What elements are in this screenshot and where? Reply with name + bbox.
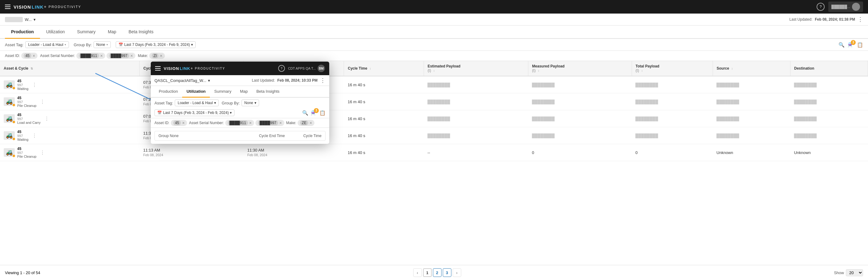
page-3-button[interactable]: 3	[443, 268, 452, 277]
sw-user-initials: BM	[319, 67, 324, 70]
row-menu-5[interactable]: ⋮	[39, 150, 46, 156]
sw-brand-reg: ®	[191, 67, 193, 69]
asset-serial-tag-1-close[interactable]: ×	[100, 54, 103, 58]
sw-last-updated-label: Last Updated:	[252, 78, 275, 83]
sw-serial-label: Asset Serial Number:	[189, 121, 224, 125]
user-name-text: ██████...	[831, 5, 850, 9]
sw-tab-summary[interactable]: Summary	[210, 86, 236, 97]
sw-topbar-right: ? CDT APPS QA T... BM	[278, 65, 325, 72]
main-tabs: Production Utilization Summary Map Beta …	[0, 26, 868, 39]
machine-icon-4: 🚜	[6, 132, 12, 139]
col-estimated-payload[interactable]: Estimated Payload(t) ↕	[424, 61, 528, 76]
col-measured-payload[interactable]: Measured Payload(t) ↕	[528, 61, 632, 76]
row-menu-2[interactable]: ⋮	[39, 99, 46, 105]
export-button[interactable]: 📋	[857, 42, 863, 48]
group-by-dropdown[interactable]: None ▾	[94, 41, 111, 48]
show-select[interactable]: 20 50 100	[846, 269, 863, 276]
search-button[interactable]: 🔍	[838, 42, 845, 48]
sw-user-section: CDT APPS QA T... BM	[288, 65, 325, 72]
prev-page-button[interactable]: ‹	[413, 268, 422, 277]
data-table-container: Asset & Cycle ⇅ Cycle Start Time ↕ Cycle…	[0, 61, 868, 265]
sw-group-by-filter: Group By: None ▾	[222, 100, 259, 106]
filter-button[interactable]: ⚗️ 3	[848, 42, 854, 48]
sw-date-filter[interactable]: 📅 Last 7 Days (Feb 3, 2024 - Feb 9, 2024…	[154, 109, 235, 116]
sw-tab-beta-insights[interactable]: Beta Insights	[252, 86, 284, 97]
page-2-button[interactable]: 2	[433, 268, 441, 277]
brand-link-text: LINK	[32, 4, 44, 9]
next-page-button[interactable]: ›	[453, 268, 461, 277]
sw-last-updated-value: Feb 08, 2024; 10:33 PM	[277, 78, 317, 83]
make-tag-label: Make:	[138, 54, 148, 58]
tab-map[interactable]: Map	[102, 26, 122, 39]
tab-utilization[interactable]: Utilization	[40, 26, 71, 39]
tab-beta-insights[interactable]: Beta Insights	[122, 26, 160, 39]
cell-meas-4: ████████	[528, 127, 632, 144]
cell-source-1: ████████	[713, 76, 790, 93]
make-tag-close[interactable]: ×	[160, 54, 162, 58]
asset-tag-dropdown[interactable]: Loader - Load & Haul ▾	[25, 41, 69, 48]
cell-est-4: ████████	[424, 127, 528, 144]
sw-brand-link: LINK	[180, 66, 190, 71]
sw-asset-tag-dropdown[interactable]: Loader - Load & Haul ▾	[175, 100, 218, 106]
col-total-payload[interactable]: Total Payload(t) ↕	[632, 61, 713, 76]
cell-total-5: 0	[632, 144, 713, 161]
asset-serial-tag-1: ████911 ×	[76, 53, 105, 59]
sw-asset-id-close[interactable]: ×	[182, 121, 185, 125]
sw-hamburger[interactable]	[155, 66, 161, 71]
asset-icon-5: 🚜	[4, 148, 15, 157]
date-range-value: Last 7 Days (Feb 3, 2024 - Feb 9, 2024)	[124, 43, 190, 47]
asset-status-3: Load and Carry	[17, 121, 41, 124]
date-range-filter[interactable]: 📅 Last 7 Days (Feb 3, 2024 - Feb 9, 2024…	[116, 41, 196, 48]
group-by-value: None	[96, 43, 105, 47]
asset-icon-2: 🚜	[4, 97, 15, 106]
sw-tab-production[interactable]: Production	[154, 86, 182, 97]
asset-tag-label: Asset Tag:	[5, 43, 23, 47]
sw-tab-map[interactable]: Map	[236, 86, 252, 97]
tab-summary[interactable]: Summary	[71, 26, 102, 39]
machine-icon-2: 🚜	[6, 98, 12, 105]
sw-serial-1-close[interactable]: ×	[249, 121, 252, 125]
sw-more-options[interactable]: ⋮	[320, 77, 326, 84]
cell-total-4: ████████	[632, 127, 713, 144]
sw-asset-selector[interactable]: QASCL_CompactAllTag_W... ▾	[154, 78, 210, 83]
table-row: 🚜 45 997 Pile Cleanup ⋮ 07:20 PMFeb 08, …	[0, 93, 868, 110]
second-window[interactable]: VISIONLINK ® PRODUCTIVITY ? CDT APPS QA …	[151, 62, 329, 144]
sw-make-close[interactable]: ×	[310, 121, 312, 125]
sw-filter-button[interactable]: ⚗️ 3	[311, 110, 317, 116]
more-options-button[interactable]: ⋮	[858, 16, 863, 23]
subheader-right: Last Updated: Feb 08, 2024; 01:38 PM ⋮	[789, 16, 863, 23]
row-menu-3[interactable]: ⋮	[43, 116, 51, 122]
page-1-button[interactable]: 1	[423, 268, 432, 277]
brand-vision-text: VISION	[13, 4, 31, 9]
sw-cycle-time-label: Cycle Time	[303, 134, 321, 138]
sw-serial-2-close[interactable]: ×	[279, 121, 282, 125]
sw-asset-tag-label: Asset Tag:	[154, 101, 173, 105]
user-menu[interactable]: ██████...	[828, 2, 863, 12]
col-cycle-time[interactable]: Cycle Time ↕	[344, 61, 424, 76]
filter-tags-row: Asset ID: 45 × Asset Serial Number: ████…	[0, 51, 868, 61]
asset-name-w: W...	[25, 17, 31, 22]
sw-subheader-right: Last Updated: Feb 08, 2024; 10:33 PM ⋮	[252, 77, 326, 84]
asset-id-5: 997	[17, 151, 36, 155]
sw-help-button[interactable]: ?	[278, 65, 285, 72]
row-menu-4[interactable]: ⋮	[31, 133, 38, 139]
sw-export-button[interactable]: 📋	[319, 110, 326, 116]
col-source[interactable]: Source ↕	[713, 61, 790, 76]
asset-selector[interactable]: ██ W... ▾	[5, 17, 36, 22]
asset-serial-tag-2-close[interactable]: ×	[130, 54, 133, 58]
status-dot-5	[12, 154, 16, 158]
sw-tab-utilization[interactable]: Utilization	[182, 86, 210, 97]
sw-group-by-dropdown[interactable]: None ▾	[242, 100, 259, 106]
hamburger-menu[interactable]	[5, 5, 10, 9]
col-asset-cycle[interactable]: Asset & Cycle ⇅	[0, 61, 140, 76]
row-menu-1[interactable]: ⋮	[31, 82, 38, 88]
sw-search-button[interactable]: 🔍	[302, 110, 308, 116]
asset-id-tag-close[interactable]: ×	[33, 54, 35, 58]
tab-production[interactable]: Production	[5, 26, 40, 39]
machine-icon-1: 🚜	[6, 81, 12, 88]
sw-asset-arrow: ▾	[208, 78, 210, 83]
machine-icon-3: 🚜	[6, 115, 12, 122]
cell-time-2: 16 m 40 s	[344, 93, 424, 110]
help-button[interactable]: ?	[817, 3, 825, 11]
asset-tag-arrow: ▾	[65, 43, 66, 46]
